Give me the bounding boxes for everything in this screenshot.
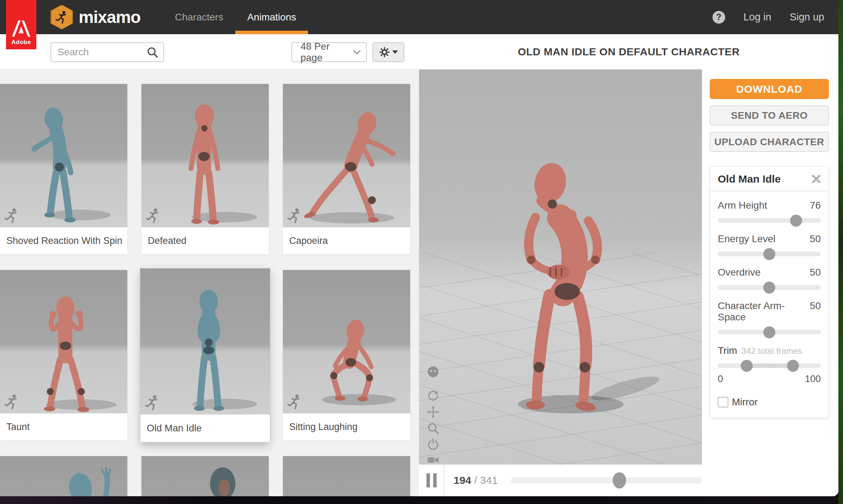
trim-control: Trim342 total frames 0 100 [718,345,821,385]
trim-start-thumb[interactable] [741,360,753,372]
per-page-select[interactable]: 48 Per page [291,42,367,62]
animation-card-partial-3[interactable] [283,456,410,496]
mirror-label: Mirror [732,397,758,408]
animation-thumbnail [140,269,270,414]
upload-character-button[interactable]: UPLOAD CHARACTER [710,132,829,152]
slider-thumb[interactable] [790,215,802,227]
mirror-checkbox[interactable] [718,397,728,407]
slider-label: Energy Level [718,233,775,245]
slider-track[interactable] [718,330,821,334]
animation-card-title: Sitting Laughing [283,413,410,441]
desktop-background-strip [838,0,843,504]
active-tab-underline [235,31,308,34]
motion-type-runner-icon [287,208,302,224]
animation-card-sitting-laughing[interactable]: Sitting Laughing [283,270,410,441]
animations-grid: Shoved Reaction With Spin [0,69,419,496]
login-link[interactable]: Log in [744,11,771,23]
slider-thumb[interactable] [763,326,775,338]
adobe-a-icon [12,20,30,37]
motion-type-runner-icon [4,394,19,410]
animation-thumbnail [141,456,269,496]
trim-end-thumb[interactable] [787,360,799,372]
animations-toolbar: 48 Per page [0,34,419,69]
animation-card-capoeira[interactable]: Capoeira [283,84,410,254]
nav-right-group: ? Log in Sign up [712,0,824,34]
desktop-taskbar-strip [0,496,838,504]
search-icon[interactable] [146,46,158,58]
trim-track[interactable] [718,363,821,368]
brand-name: mixamo [79,7,140,27]
signup-link[interactable]: Sign up [790,11,824,23]
adobe-wordmark: Adobe [11,39,31,46]
animation-card-shoved-reaction[interactable]: Shoved Reaction With Spin [0,84,127,254]
search-input[interactable] [51,47,146,58]
close-icon[interactable] [811,174,821,184]
animation-thumbnail [283,456,410,496]
viewport-scene [419,69,702,465]
trim-min-label: 0 [718,374,723,385]
viewport-tool-column [425,365,441,465]
tab-characters[interactable]: Characters [163,0,235,34]
timeline-slider[interactable] [511,478,701,483]
download-button[interactable]: DOWNLOAD [710,79,829,99]
slider-overdrive: Overdrive 50 [718,267,821,290]
right-sidebar: DOWNLOAD SEND TO AERO UPLOAD CHARACTER O… [702,69,838,496]
slider-track[interactable] [718,285,821,290]
search-box [50,42,164,62]
slider-value: 50 [810,300,821,323]
mirror-control: Mirror [718,397,821,408]
animation-card-old-man-idle[interactable]: Old Man Idle [140,269,270,442]
slider-label: Character Arm-Space [718,300,810,323]
animation-card-defeated[interactable]: Defeated [141,84,269,254]
animation-card-title: Defeated [141,227,269,254]
animation-card-title: Capoeira [283,227,410,254]
animation-card-partial-1[interactable] [0,456,127,496]
slider-thumb[interactable] [763,282,775,294]
slider-value: 76 [810,200,821,211]
animation-card-partial-2[interactable] [141,456,269,496]
mixamo-logo[interactable]: mixamo [50,0,140,34]
animation-thumbnail [283,270,410,413]
frame-counter: 194 / 341 [454,474,498,486]
motion-type-runner-icon [4,208,19,224]
slider-label: Overdrive [718,267,760,278]
motion-type-runner-icon [145,394,160,411]
face-icon[interactable] [426,365,440,379]
zoom-icon[interactable] [427,422,439,435]
chevron-down-icon [353,50,360,55]
mixamo-app-window: mixamo Characters Animations ? Log in Si… [0,0,838,496]
animation-thumbnail [0,456,127,496]
pan-icon[interactable] [427,406,439,418]
camera-icon[interactable] [427,454,439,465]
slider-energy-level: Energy Level 50 [718,233,821,256]
trim-selected-range [747,363,793,368]
animation-thumbnail [141,84,269,227]
power-icon[interactable] [427,438,439,451]
timeline-slider-thumb[interactable] [613,472,626,488]
slider-thumb[interactable] [763,248,775,260]
animation-options-panel: Old Man Idle Arm Height 76 Energy Level [710,166,829,418]
viewer-title: OLD MAN IDLE ON DEFAULT CHARACTER [518,46,740,58]
slider-arm-height: Arm Height 76 [718,200,821,223]
gear-icon [379,47,390,58]
adobe-logo: Adobe [6,0,36,49]
animation-card-taunt[interactable]: Taunt [0,270,127,441]
animation-card-title: Old Man Idle [140,414,270,442]
slider-track[interactable] [718,252,821,256]
trim-total-frames: 342 total frames [741,346,802,356]
slider-label: Arm Height [718,200,767,211]
rotate-icon[interactable] [427,389,439,402]
send-to-aero-button[interactable]: SEND TO AERO [710,105,829,125]
trim-max-label: 100 [805,374,821,385]
tab-animations[interactable]: Animations [235,0,308,34]
current-frame: 194 [454,474,471,486]
motion-type-runner-icon [287,394,302,410]
top-nav-bar: mixamo Characters Animations ? Log in Si… [0,0,838,34]
panel-title: Old Man Idle [718,173,781,185]
help-icon[interactable]: ? [712,11,725,24]
slider-track[interactable] [718,218,821,223]
pause-button[interactable] [419,465,444,496]
slider-value: 50 [810,267,821,278]
viewport-3d[interactable] [419,69,702,465]
settings-gear-button[interactable] [372,42,404,62]
